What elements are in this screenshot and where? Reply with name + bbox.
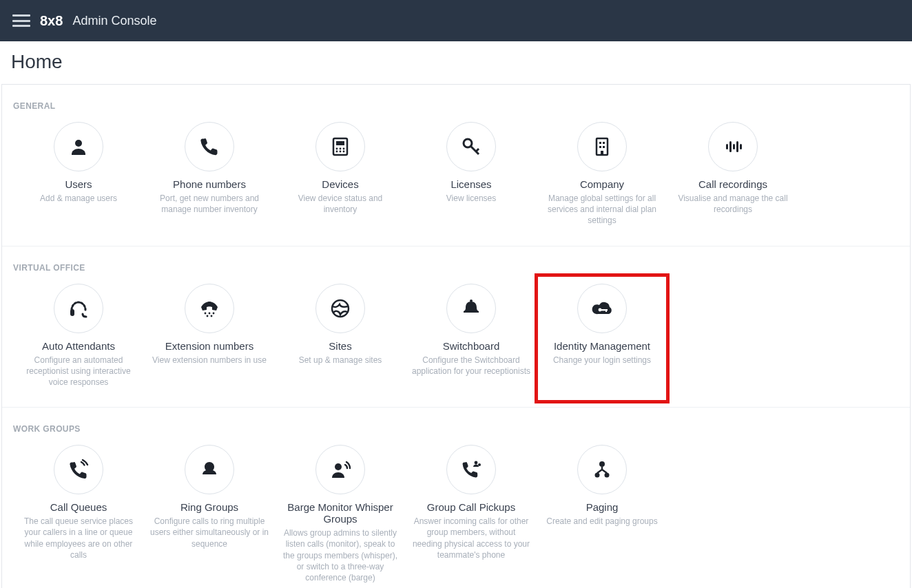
user-voice-icon [315, 445, 365, 494]
card-call-queues[interactable]: Call QueuesThe call queue service places… [13, 445, 144, 588]
fax-icon [315, 122, 365, 171]
card-title: Switchboard [411, 340, 531, 352]
section-label: WORK GROUPS [13, 424, 899, 434]
card-auto-attendants[interactable]: Auto AttendantsConfigure an automated re… [13, 284, 144, 402]
card-grid: Auto AttendantsConfigure an automated re… [13, 284, 899, 402]
card-identity-management[interactable]: Identity ManagementChange your login set… [537, 275, 667, 402]
section-work-groups: WORK GROUPSCall QueuesThe call queue ser… [2, 407, 910, 588]
audio-wave-icon [708, 122, 758, 171]
card-paging[interactable]: PagingCreate and edit paging groups [537, 445, 667, 588]
card-description: View extension numbers in use [149, 355, 269, 366]
card-switchboard[interactable]: SwitchboardConfigure the Switchboard app… [406, 284, 537, 402]
card-title: Auto Attendants [19, 340, 138, 352]
card-title: Ring Groups [149, 501, 269, 513]
card-extension-numbers[interactable]: Extension numbersView extension numbers … [144, 284, 275, 402]
card-description: Add & manage users [19, 193, 138, 204]
card-title: Call Queues [19, 501, 138, 513]
hierarchy-icon [577, 445, 627, 494]
card-description: Allows group admins to silently listen c… [280, 527, 400, 583]
card-title: Company [542, 178, 662, 190]
card-title: Phone numbers [149, 178, 269, 190]
building-icon [577, 122, 627, 171]
menu-toggle-button[interactable] [12, 14, 30, 27]
globe-icon [315, 284, 365, 333]
card-description: Configure calls to ring multiple users e… [149, 516, 269, 549]
card-description: Port, get new numbers and manage number … [149, 193, 269, 215]
brand-logo: 8x8 [40, 13, 63, 29]
card-description: View device status and inventory [280, 193, 400, 215]
bell-icon [446, 284, 496, 333]
card-title: Sites [280, 340, 400, 352]
phone-icon [185, 122, 234, 171]
card-barge-monitor-whisper[interactable]: Barge Monitor Whisper GroupsAllows group… [275, 445, 406, 588]
card-title: Call recordings [673, 178, 793, 190]
card-call-recordings[interactable]: Call recordingsVisualise and manage the … [667, 122, 798, 240]
card-title: Group Call Pickups [411, 501, 531, 513]
card-grid: Call QueuesThe call queue service places… [13, 445, 899, 588]
card-title: Devices [280, 178, 400, 190]
cloud-key-icon [577, 284, 627, 333]
card-company[interactable]: CompanyManage global settings for all se… [537, 122, 667, 240]
card-description: Configure the Switchboard application fo… [411, 355, 531, 377]
card-title: Users [19, 178, 138, 190]
key-icon [446, 122, 496, 171]
main-content: GENERALUsersAdd & manage usersPhone numb… [1, 84, 911, 588]
card-title: Identity Management [542, 340, 662, 352]
card-description: The call queue service places your calle… [19, 516, 138, 560]
user-shape-icon [185, 445, 234, 494]
card-description: Configure an automated receptionist usin… [19, 355, 138, 388]
card-title: Extension numbers [149, 340, 269, 352]
phone-users-icon [446, 445, 496, 494]
card-title: Barge Monitor Whisper Groups [280, 501, 400, 525]
headset-icon [54, 284, 103, 333]
card-users[interactable]: UsersAdd & manage users [13, 122, 144, 240]
section-general: GENERALUsersAdd & manage usersPhone numb… [2, 85, 910, 246]
card-phone-numbers[interactable]: Phone numbersPort, get new numbers and m… [144, 122, 275, 240]
topbar: 8x8 Admin Console [0, 0, 912, 41]
section-label: VIRTUAL OFFICE [13, 263, 899, 273]
card-description: Manage global settings for all services … [542, 193, 662, 227]
app-name: Admin Console [72, 14, 156, 28]
card-title: Paging [542, 501, 662, 513]
tty-icon [185, 284, 234, 333]
card-description: Set up & manage sites [280, 355, 400, 366]
card-description: Answer incoming calls for other group me… [411, 516, 531, 560]
card-licenses[interactable]: LicensesView licenses [406, 122, 537, 240]
section-label: GENERAL [13, 101, 899, 111]
page-title: Home [11, 51, 901, 73]
phone-volume-icon [54, 445, 103, 494]
card-sites[interactable]: SitesSet up & manage sites [275, 284, 406, 402]
card-group-call-pickups[interactable]: Group Call PickupsAnswer incoming calls … [406, 445, 537, 588]
card-description: Create and edit paging groups [542, 516, 662, 527]
section-virtual-office: VIRTUAL OFFICEAuto AttendantsConfigure a… [2, 246, 910, 408]
card-ring-groups[interactable]: Ring GroupsConfigure calls to ring multi… [144, 445, 275, 588]
card-grid: UsersAdd & manage usersPhone numbersPort… [13, 122, 899, 240]
card-description: Change your login settings [542, 355, 662, 366]
card-description: View licenses [411, 193, 531, 204]
page-header: Home [0, 41, 912, 84]
card-devices[interactable]: DevicesView device status and inventory [275, 122, 406, 240]
card-description: Visualise and manage the call recordings [673, 193, 793, 215]
user-icon [54, 122, 103, 171]
card-title: Licenses [411, 178, 531, 190]
